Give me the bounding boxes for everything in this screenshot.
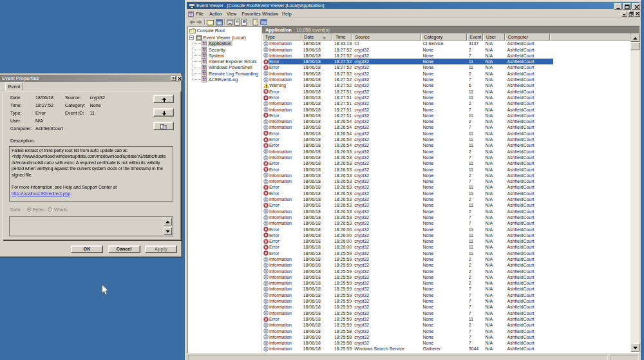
svg-text:?: ? xyxy=(254,19,258,25)
